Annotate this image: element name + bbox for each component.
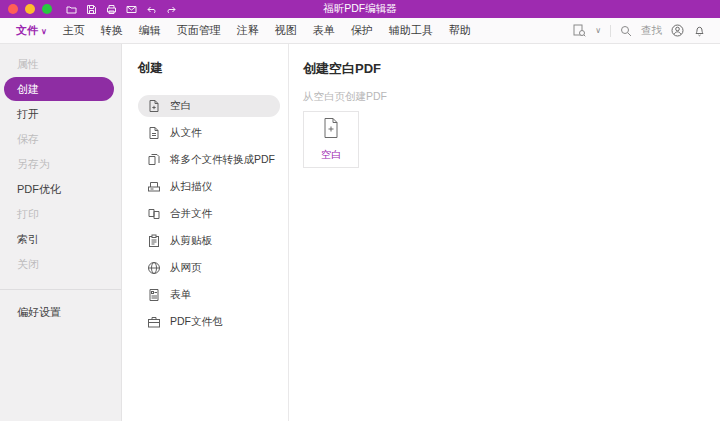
detail-panel-title: 创建空白PDF <box>303 60 720 78</box>
file-sidebar: 属性 创建 打开 保存 另存为 PDF优化 打印 索引 关闭 偏好设置 <box>0 44 122 421</box>
titlebar: 福昕PDF编辑器 <box>0 0 720 18</box>
account-icon[interactable] <box>671 24 684 37</box>
menu-item-convert[interactable]: 转换 <box>93 23 131 38</box>
sidebar-divider <box>0 289 121 290</box>
window-controls <box>8 4 52 14</box>
blank-pdf-card[interactable]: 空白 <box>303 111 359 168</box>
save-icon[interactable] <box>86 4 97 15</box>
create-option-label: 将多个文件转换成PDF <box>170 153 275 167</box>
divider <box>610 25 611 37</box>
clipboard-icon <box>147 234 161 248</box>
menubar: 文件∨ 主页 转换 编辑 页面管理 注释 视图 表单 保护 辅助工具 帮助 ∨ … <box>0 18 720 44</box>
detail-panel-subtitle: 从空白页创建PDF <box>303 90 720 104</box>
menu-item-view[interactable]: 视图 <box>267 23 305 38</box>
create-option-label: 表单 <box>170 288 191 302</box>
search-icon[interactable] <box>620 25 632 37</box>
create-option-from-file[interactable]: 从文件 <box>138 122 280 144</box>
sidebar-item-print: 打印 <box>0 202 121 226</box>
page-zoom-icon[interactable] <box>573 24 586 37</box>
menu-item-file[interactable]: 文件∨ <box>8 23 55 38</box>
mail-icon[interactable] <box>126 4 137 15</box>
chevron-down-icon[interactable]: ∨ <box>595 26 601 35</box>
find-label[interactable]: 查找 <box>641 24 662 38</box>
undo-icon[interactable] <box>146 4 157 15</box>
titlebar-quick-toolbar <box>66 4 177 15</box>
sidebar-item-index[interactable]: 索引 <box>0 227 121 251</box>
create-option-label: 从文件 <box>170 126 202 140</box>
create-option-label: 从网页 <box>170 261 202 275</box>
minimize-window-button[interactable] <box>25 4 35 14</box>
blank-doc-icon <box>321 117 341 143</box>
scanner-icon <box>147 180 161 194</box>
fullscreen-window-button[interactable] <box>42 4 52 14</box>
menu-item-page-management[interactable]: 页面管理 <box>169 23 229 38</box>
menubar-right-tools: ∨ 查找 <box>573 24 712 38</box>
sidebar-item-close: 关闭 <box>0 252 121 276</box>
menu-item-form[interactable]: 表单 <box>305 23 343 38</box>
web-page-icon <box>147 261 161 275</box>
menu-item-home[interactable]: 主页 <box>55 23 93 38</box>
print-icon[interactable] <box>106 4 117 15</box>
sidebar-item-preferences[interactable]: 偏好设置 <box>0 300 121 324</box>
multi-file-convert-icon <box>147 153 161 167</box>
create-option-label: 空白 <box>170 99 191 113</box>
menu-item-help[interactable]: 帮助 <box>441 23 479 38</box>
sidebar-item-save: 保存 <box>0 127 121 151</box>
pdf-portfolio-icon <box>147 315 161 329</box>
sidebar-item-create[interactable]: 创建 <box>4 77 114 101</box>
redo-icon[interactable] <box>166 4 177 15</box>
create-detail-panel: 创建空白PDF 从空白页创建PDF 空白 <box>289 44 720 421</box>
create-option-label: 从剪贴板 <box>170 234 212 248</box>
create-option-from-web-page[interactable]: 从网页 <box>138 257 280 279</box>
sidebar-item-properties: 属性 <box>0 52 121 76</box>
create-options-panel: 创建 空白 从文件 将多个文件转换成PDF 从扫描仪 合并文件 从剪贴板 从网页 <box>122 44 289 421</box>
create-option-form[interactable]: 表单 <box>138 284 280 306</box>
sidebar-item-save-as: 另存为 <box>0 152 121 176</box>
menu-item-protect[interactable]: 保护 <box>343 23 381 38</box>
blank-doc-icon <box>147 99 161 113</box>
close-window-button[interactable] <box>8 4 18 14</box>
menu-item-edit[interactable]: 编辑 <box>131 23 169 38</box>
form-icon <box>147 288 161 302</box>
create-option-multi-file-convert[interactable]: 将多个文件转换成PDF <box>138 149 280 171</box>
create-option-combine-files[interactable]: 合并文件 <box>138 203 280 225</box>
window-title: 福昕PDF编辑器 <box>323 2 397 16</box>
combine-files-icon <box>147 207 161 221</box>
create-option-pdf-portfolio[interactable]: PDF文件包 <box>138 311 280 333</box>
sidebar-item-pdf-optimize[interactable]: PDF优化 <box>0 177 121 201</box>
create-option-from-scanner[interactable]: 从扫描仪 <box>138 176 280 198</box>
blank-card-label: 空白 <box>321 148 341 162</box>
open-file-icon[interactable] <box>66 4 77 15</box>
menu-item-comment[interactable]: 注释 <box>229 23 267 38</box>
create-option-label: PDF文件包 <box>170 315 223 329</box>
sidebar-item-open[interactable]: 打开 <box>0 102 121 126</box>
create-option-from-clipboard[interactable]: 从剪贴板 <box>138 230 280 252</box>
from-file-icon <box>147 126 161 140</box>
create-option-label: 合并文件 <box>170 207 212 221</box>
create-panel-title: 创建 <box>138 60 288 77</box>
create-option-blank[interactable]: 空白 <box>138 95 280 117</box>
menu-item-accessibility[interactable]: 辅助工具 <box>381 23 441 38</box>
create-option-label: 从扫描仪 <box>170 180 212 194</box>
chevron-down-icon: ∨ <box>41 27 47 36</box>
notifications-icon[interactable] <box>693 24 706 37</box>
main-layout: 属性 创建 打开 保存 另存为 PDF优化 打印 索引 关闭 偏好设置 创建 空… <box>0 44 720 421</box>
